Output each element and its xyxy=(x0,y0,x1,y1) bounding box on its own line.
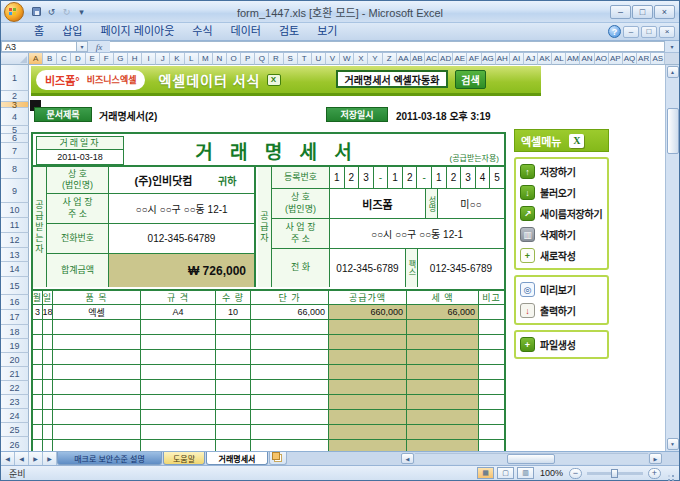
item-cell[interactable] xyxy=(251,350,329,365)
scroll-left-icon[interactable]: ◀ xyxy=(401,453,414,464)
item-cell[interactable] xyxy=(479,365,504,380)
total-amount-value[interactable]: ₩ 726,000 xyxy=(109,254,254,287)
item-cell[interactable] xyxy=(216,410,251,425)
column-header-AI[interactable]: AI xyxy=(510,53,524,65)
item-cell[interactable] xyxy=(479,350,504,365)
item-cell[interactable] xyxy=(479,335,504,350)
item-cell[interactable] xyxy=(329,380,407,395)
item-cell[interactable] xyxy=(141,440,216,451)
receiver-phone[interactable]: 012-345-64789 xyxy=(109,224,254,254)
column-header-P[interactable]: P xyxy=(241,53,255,65)
item-cell[interactable] xyxy=(329,410,407,425)
column-header-V[interactable]: V xyxy=(326,53,340,65)
item-cell[interactable] xyxy=(43,425,53,440)
qat-dropdown-icon[interactable]: ▾ xyxy=(75,5,88,18)
column-header-F[interactable]: F xyxy=(100,53,114,65)
item-cell[interactable] xyxy=(53,410,141,425)
zoom-level[interactable]: 100% xyxy=(540,468,563,478)
item-cell[interactable] xyxy=(43,410,53,425)
item-cell[interactable]: A4 xyxy=(141,305,216,320)
column-header-AN[interactable]: AN xyxy=(580,53,594,65)
item-cell[interactable] xyxy=(216,335,251,350)
item-cell[interactable] xyxy=(141,350,216,365)
column-header-T[interactable]: T xyxy=(298,53,312,65)
item-cell[interactable] xyxy=(407,320,479,335)
scroll-right-icon[interactable]: ▶ xyxy=(649,453,662,464)
column-header-I[interactable]: I xyxy=(142,53,156,65)
item-cell[interactable] xyxy=(33,425,43,440)
item-cell[interactable] xyxy=(479,380,504,395)
item-cell[interactable] xyxy=(53,425,141,440)
name-box-dropdown-icon[interactable]: ▾ xyxy=(77,41,88,52)
zoom-in-icon[interactable]: + xyxy=(648,468,661,479)
formula-bar-expand-icon[interactable]: ▾ xyxy=(665,41,679,52)
item-cell[interactable] xyxy=(216,425,251,440)
maximize-button[interactable]: □ xyxy=(632,5,653,19)
select-all-corner[interactable] xyxy=(1,53,29,65)
item-cell[interactable] xyxy=(329,365,407,380)
item-cell[interactable] xyxy=(251,335,329,350)
column-header-G[interactable]: G xyxy=(114,53,128,65)
column-header-R[interactable]: R xyxy=(269,53,283,65)
scroll-up-icon[interactable]: ▲ xyxy=(667,66,679,78)
item-cell[interactable] xyxy=(479,305,504,320)
item-cell[interactable] xyxy=(216,380,251,395)
item-cell[interactable] xyxy=(407,350,479,365)
column-header-AR[interactable]: AR xyxy=(637,53,651,65)
item-cell[interactable] xyxy=(141,395,216,410)
office-button[interactable] xyxy=(4,2,24,22)
item-cell[interactable] xyxy=(216,350,251,365)
supplier-phone-cell[interactable]: 012-345-6789 팩스 012-345-6789 xyxy=(330,249,504,287)
column-header-AE[interactable]: AE xyxy=(453,53,467,65)
item-cell[interactable] xyxy=(33,320,43,335)
item-cell[interactable]: 3 xyxy=(33,305,43,320)
horizontal-scrollbar[interactable]: ◀ ▶ xyxy=(401,453,662,464)
column-header-S[interactable]: S xyxy=(284,53,298,65)
row-header-10[interactable]: 10 xyxy=(1,203,29,218)
row-header-7[interactable]: 7 xyxy=(1,143,29,159)
prev-sheet-icon[interactable]: ◀ xyxy=(15,452,29,465)
item-cell[interactable] xyxy=(53,440,141,451)
item-cell[interactable]: 10 xyxy=(216,305,251,320)
column-header-AB[interactable]: AB xyxy=(411,53,425,65)
close-button[interactable]: × xyxy=(654,5,675,19)
item-cell[interactable] xyxy=(329,395,407,410)
column-header-AP[interactable]: AP xyxy=(609,53,623,65)
row-header-9[interactable]: 9 xyxy=(1,179,29,203)
row-header-19[interactable]: 19 xyxy=(1,339,29,353)
normal-view-icon[interactable]: ▦ xyxy=(477,467,494,479)
item-cell[interactable] xyxy=(216,395,251,410)
column-header-AM[interactable]: AM xyxy=(566,53,580,65)
column-header-U[interactable]: U xyxy=(312,53,326,65)
item-cell[interactable] xyxy=(141,320,216,335)
item-cell[interactable] xyxy=(407,335,479,350)
row-header-8[interactable]: 8 xyxy=(1,159,29,179)
item-cell[interactable] xyxy=(407,410,479,425)
menu-item[interactable]: ↓출력하기 xyxy=(520,301,603,320)
column-header-AJ[interactable]: AJ xyxy=(524,53,538,65)
column-header-Y[interactable]: Y xyxy=(368,53,382,65)
item-cell[interactable]: 66,000 xyxy=(251,305,329,320)
row-header-15[interactable]: 15 xyxy=(1,277,29,295)
column-header-AQ[interactable]: AQ xyxy=(623,53,637,65)
row-header-18[interactable]: 18 xyxy=(1,325,29,339)
last-sheet-icon[interactable]: ▶ xyxy=(43,452,57,465)
supplier-company-cell[interactable]: 비즈폼 성명 미○○ xyxy=(330,189,504,219)
menu-item[interactable]: ◎미리보기 xyxy=(520,280,603,299)
item-cell[interactable]: 660,000 xyxy=(329,305,407,320)
sheet-tab-1[interactable]: 도움말 xyxy=(163,452,205,465)
column-header-B[interactable]: B xyxy=(43,53,57,65)
row-header-24[interactable]: 24 xyxy=(1,409,29,423)
item-cell[interactable] xyxy=(479,440,504,451)
row-header-1[interactable]: 1 xyxy=(1,65,29,91)
column-header-Q[interactable]: Q xyxy=(255,53,269,65)
row-header-17[interactable]: 17 xyxy=(1,310,29,325)
item-cell[interactable] xyxy=(479,320,504,335)
column-header-AS[interactable]: AS xyxy=(651,53,665,65)
row-header-16[interactable]: 16 xyxy=(1,295,29,310)
column-header-AF[interactable]: AF xyxy=(467,53,481,65)
row-header-4[interactable]: 4 xyxy=(1,108,29,126)
item-cell[interactable] xyxy=(33,335,43,350)
receiver-address[interactable]: ○○시 ○○구 ○○동 12-1 xyxy=(109,194,254,224)
column-header-AA[interactable]: AA xyxy=(397,53,411,65)
